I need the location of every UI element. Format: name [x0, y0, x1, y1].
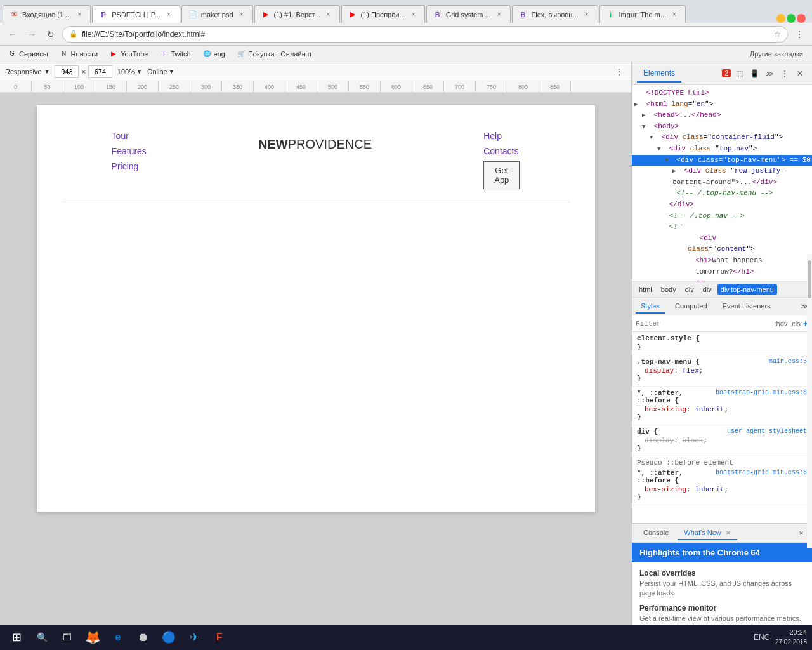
styles-scrollbar[interactable] [807, 254, 812, 548]
minimize-btn[interactable] [776, 14, 785, 23]
forward-button[interactable]: → [24, 27, 39, 42]
taskbar-taskview[interactable]: 🗔 [56, 626, 79, 649]
online-select[interactable]: Online ▼ [147, 68, 174, 76]
breadcrumb-body[interactable]: body [658, 284, 679, 295]
devtools-settings-btn[interactable]: ⋮ [778, 67, 792, 81]
tab-close-imgur[interactable]: × [670, 10, 679, 19]
tab-yt2[interactable]: ▶ (1) Препрои... × [341, 5, 425, 23]
tree-line-body[interactable]: ▼ <body> [632, 121, 812, 133]
tab-psdetch[interactable]: P PSDETCH | P... × [92, 5, 180, 23]
tree-line-container[interactable]: ▼ <div class="container-fluid"> [632, 132, 812, 143]
bottom-close-btn[interactable]: × [796, 527, 807, 539]
breadcrumb-div1[interactable]: div [682, 284, 697, 295]
taskbar-telegram[interactable]: ✈ [183, 626, 206, 649]
tree-line-comment1[interactable]: <!-- /.top-nav-menu --> [632, 188, 812, 199]
bookmark-label-eng: eng [214, 50, 225, 58]
tab-close-yt2[interactable]: × [409, 10, 418, 19]
breadcrumb-div2[interactable]: div [700, 284, 715, 295]
tree-line-h1-close[interactable]: tomorrow?</h1> [632, 267, 812, 278]
devtools-tab-elements[interactable]: Elements [637, 65, 681, 83]
bottom-tab-console[interactable]: Console [637, 526, 675, 540]
firefox-icon: 🦊 [85, 630, 101, 645]
style-source-main[interactable]: main.css:5 [769, 358, 807, 366]
taskbar-search[interactable]: 🔍 [30, 626, 53, 649]
responsive-select[interactable]: Responsive ▼ [5, 68, 49, 76]
tab-flex[interactable]: B Flex, выровн... × [512, 5, 598, 23]
nav-help[interactable]: Help [483, 131, 502, 141]
bookmark-twitch[interactable]: T Twitch [157, 48, 193, 60]
maximize-btn[interactable] [787, 14, 796, 23]
devtools-inspect-btn[interactable]: ⬚ [732, 67, 746, 81]
html-tree[interactable]: <!DOCTYPE html> ▶ <html lang="en"> ▶ <he… [632, 85, 812, 281]
devtools-mobile-btn[interactable]: 📱 [747, 67, 761, 81]
height-input[interactable] [88, 65, 112, 78]
tree-line-h1[interactable]: <h1>What happens [632, 255, 812, 267]
tab-close-flex[interactable]: × [582, 10, 591, 19]
taskbar-start[interactable]: ⊞ [5, 626, 28, 649]
cls-btn[interactable]: .cls [790, 320, 801, 328]
tree-line-html[interactable]: ▶ <html lang="en"> [632, 99, 812, 110]
more-options-btn[interactable]: ⋮ [612, 65, 626, 79]
breadcrumb-div-topnav[interactable]: div.top-nav-menu [717, 284, 777, 295]
tree-line-row[interactable]: ▶ <div class="row justify- [632, 166, 812, 177]
styles-tab-eventlisteners[interactable]: Event Listeners [717, 300, 776, 314]
nav-features[interactable]: Features [112, 146, 147, 156]
taskbar-firefox[interactable]: 🦊 [81, 626, 104, 649]
tab-gmail[interactable]: ✉ Входящие (1 ... × [3, 5, 91, 23]
styles-tab-styles[interactable]: Styles [636, 300, 665, 314]
tree-line-row2[interactable]: content-around">...</div> [632, 177, 812, 189]
get-app-button[interactable]: Get App [483, 161, 520, 189]
tree-line-head[interactable]: ▶ <head>...</head> [632, 110, 812, 121]
bookmark-shop[interactable]: 🛒 Покупка - Онлайн п [234, 48, 314, 60]
tab-close-maket[interactable]: × [237, 10, 246, 19]
address-bar[interactable]: 🔒 file:///E:/Site/To/portfolio/indext.ht… [62, 26, 788, 43]
nav-pricing[interactable]: Pricing [112, 161, 147, 171]
bookmark-youtube[interactable]: ▶ YouTube [107, 48, 150, 60]
extensions-btn[interactable]: ⋮ [792, 27, 807, 42]
width-input[interactable] [55, 65, 79, 78]
taskbar-edge[interactable]: e [107, 626, 129, 649]
hov-btn[interactable]: :hov [775, 320, 788, 328]
page-frame: Tour Features Pricing NEWPROVIDENCE Help… [37, 105, 595, 512]
nav-tour[interactable]: Tour [112, 131, 147, 141]
refresh-button[interactable]: ↻ [43, 27, 58, 42]
tab-imgur[interactable]: i Imgur: The m... × [599, 5, 686, 23]
nav-contacts[interactable]: Contacts [483, 146, 518, 156]
tree-line-topnav-menu[interactable]: ▼ <div class="top-nav-menu"> == $0 [632, 155, 812, 166]
devtools-close-btn[interactable]: ✕ [793, 67, 807, 81]
tree-line-class-content[interactable]: class="content"> [632, 244, 812, 255]
style-source-pseudo-bootstrap[interactable]: bootstrap-grid.min.css:6 [716, 469, 807, 484]
taskbar-figma[interactable]: F [208, 626, 231, 649]
tree-line-comment3[interactable]: <!-- [632, 222, 812, 233]
filter-input[interactable] [636, 320, 772, 328]
bookmark-services[interactable]: G Сервисы [5, 48, 51, 60]
style-source-bootstrap[interactable]: bootstrap-grid.min.css:6 [716, 389, 807, 404]
taskbar-chrome[interactable]: 🔵 [157, 626, 180, 649]
tab-yt1[interactable]: ▶ (1) #1. Верст... × [254, 5, 340, 23]
tree-line-topnav[interactable]: ▼ <div class="top-nav"> [632, 143, 812, 155]
tab-close-gmail[interactable]: × [75, 10, 84, 19]
zoom-select[interactable]: 100% ▼ [117, 68, 142, 76]
tab-maket[interactable]: 📄 maket.psd × [181, 5, 253, 23]
bookmarks-more[interactable]: Другие закладки [746, 49, 807, 59]
bottom-tab-whatsnew[interactable]: What's New ✕ [678, 526, 737, 540]
tree-line-doctype[interactable]: <!DOCTYPE html> [632, 88, 812, 99]
tree-line-comment2[interactable]: <!-- /.top-nav --> [632, 211, 812, 222]
tab-grid[interactable]: B Grid system ... × [426, 5, 511, 23]
back-button[interactable]: ← [5, 27, 20, 42]
close-btn[interactable] [797, 14, 806, 23]
devtools-more-btn[interactable]: ≫ [763, 67, 776, 81]
whatsnew-close[interactable]: ✕ [726, 529, 731, 536]
tree-line-div-content[interactable]: <div [632, 233, 812, 244]
tab-close-grid[interactable]: × [495, 10, 504, 19]
star-icon[interactable]: ☆ [774, 30, 781, 39]
taskbar-record[interactable]: ⏺ [132, 626, 155, 649]
tree-line-closediv[interactable]: </div> [632, 199, 812, 211]
breadcrumb-html[interactable]: html [636, 284, 655, 295]
styles-tab-computed[interactable]: Computed [670, 300, 712, 314]
bookmark-news[interactable]: N Новости [57, 48, 101, 60]
zoom-label: 100% [117, 68, 135, 76]
tab-close-psdetch[interactable]: × [164, 10, 173, 19]
tab-close-yt1[interactable]: × [324, 10, 333, 19]
bookmark-eng[interactable]: 🌐 eng [200, 48, 228, 60]
